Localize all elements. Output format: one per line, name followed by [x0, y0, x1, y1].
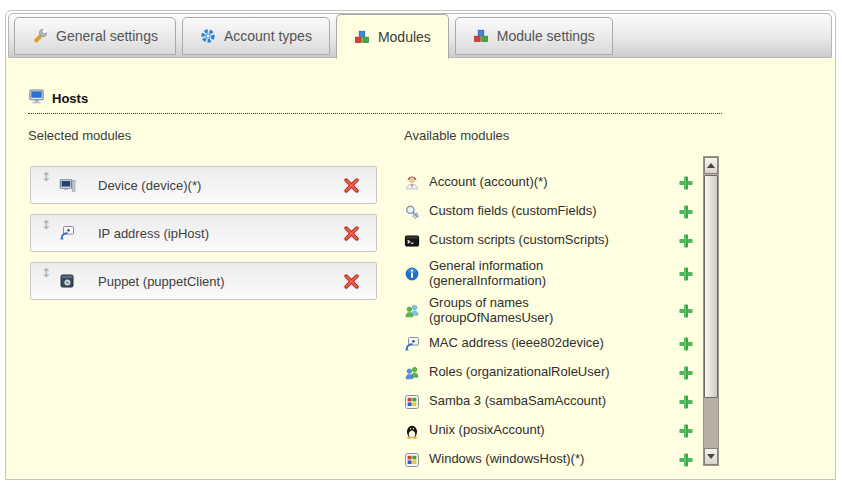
network-icon	[59, 225, 76, 242]
tab-label: General settings	[56, 28, 158, 44]
up-arrow-icon	[707, 163, 715, 168]
selected-modules-list: ↕Device (device)(*)↕IP address (ipHost)↕…	[30, 166, 377, 310]
plus-icon[interactable]	[678, 233, 694, 249]
down-arrow-icon	[707, 454, 715, 459]
plus-icon[interactable]	[678, 365, 694, 381]
available-module-row: Groups of names (groupOfNamesUser)	[404, 292, 694, 329]
gear-icon	[200, 28, 216, 44]
hosts-section-title: Hosts	[52, 91, 88, 106]
plus-icon[interactable]	[678, 303, 694, 319]
tab-label: Modules	[378, 29, 431, 45]
available-modules-scrollbar[interactable]	[703, 156, 719, 466]
available-module-row: General information (generalInformation)	[404, 255, 694, 292]
settings-panel: General settingsAccount typesModulesModu…	[5, 10, 836, 480]
available-module-label: General information (generalInformation)	[429, 259, 669, 288]
drag-handle-icon[interactable]: ↕	[41, 167, 53, 187]
delete-icon[interactable]	[343, 225, 360, 242]
available-module-row: Windows (windowsHost)(*)	[404, 445, 694, 474]
available-module-row: Custom fields (customFields)	[404, 197, 694, 226]
available-module-label: Custom scripts (customScripts)	[429, 233, 669, 248]
tab-modules[interactable]: Modules	[336, 14, 449, 59]
selected-module-label: Puppet (puppetClient)	[98, 274, 343, 289]
plus-icon[interactable]	[678, 394, 694, 410]
plus-icon[interactable]	[678, 266, 694, 282]
scrollbar-thumb[interactable]	[704, 175, 718, 398]
modules-icon	[354, 29, 370, 45]
monitor-icon	[28, 88, 45, 108]
windows-icon	[404, 452, 420, 468]
plus-icon[interactable]	[678, 204, 694, 220]
available-modules-list: Account (account)(*)Custom fields (custo…	[404, 156, 694, 481]
available-module-label: Account (account)(*)	[429, 175, 669, 190]
available-module-row: Custom scripts (customScripts)	[404, 226, 694, 255]
groups-icon	[404, 303, 420, 319]
available-module-label: Groups of names (groupOfNamesUser)	[429, 296, 669, 325]
delete-icon[interactable]	[343, 177, 360, 194]
wrench-icon	[32, 28, 48, 44]
available-module-row: Samba 3 (sambaSamAccount)	[404, 387, 694, 416]
tab-label: Module settings	[497, 28, 595, 44]
plus-icon[interactable]	[678, 423, 694, 439]
selected-module-label: Device (device)(*)	[98, 178, 343, 193]
drag-handle-icon[interactable]: ↕	[41, 215, 53, 235]
custom-scripts-icon	[404, 233, 420, 249]
roles-icon	[404, 365, 420, 381]
tab-label: Account types	[224, 28, 312, 44]
selected-module-row[interactable]: ↕IP address (ipHost)	[30, 214, 377, 252]
available-module-row: Account (account)(*)	[404, 168, 694, 197]
selected-module-row[interactable]: ↕Device (device)(*)	[30, 166, 377, 204]
network-icon	[404, 336, 420, 352]
tab-module-settings[interactable]: Module settings	[455, 17, 613, 55]
selected-module-row[interactable]: ↕Puppet (puppetClient)	[30, 262, 377, 300]
hosts-section-header: Hosts	[28, 88, 722, 114]
puppet-icon	[59, 273, 76, 290]
tab-bar: General settingsAccount typesModulesModu…	[8, 13, 832, 58]
available-module-row: MAC address (ieee802device)	[404, 329, 694, 358]
available-module-label: Samba 3 (sambaSamAccount)	[429, 394, 669, 409]
device-icon	[59, 177, 76, 194]
delete-icon[interactable]	[343, 273, 360, 290]
available-module-label: Custom fields (customFields)	[429, 204, 669, 219]
tab-general-settings[interactable]: General settings	[14, 17, 176, 55]
unix-icon	[404, 423, 420, 439]
module-settings-icon	[473, 28, 489, 44]
available-module-label: Windows (windowsHost)(*)	[429, 452, 669, 467]
available-modules-label: Available modules	[404, 128, 509, 143]
account-icon	[404, 175, 420, 191]
drag-handle-icon[interactable]: ↕	[41, 263, 53, 283]
available-module-row: Roles (organizationalRoleUser)	[404, 358, 694, 387]
samba-icon	[404, 394, 420, 410]
plus-icon[interactable]	[678, 175, 694, 191]
info-icon	[404, 266, 420, 282]
scrollbar-up-button[interactable]	[704, 157, 718, 174]
available-module-label: Unix (posixAccount)	[429, 423, 669, 438]
available-module-row: Unix (posixAccount)	[404, 416, 694, 445]
modules-tab-content: Hosts Selected modules Available modules…	[6, 58, 835, 479]
available-module-label: Roles (organizationalRoleUser)	[429, 365, 669, 380]
plus-icon[interactable]	[678, 336, 694, 352]
available-module-label: MAC address (ieee802device)	[429, 336, 669, 351]
selected-module-label: IP address (ipHost)	[98, 226, 343, 241]
selected-modules-label: Selected modules	[28, 128, 131, 143]
scrollbar-down-button[interactable]	[704, 448, 718, 465]
tab-account-types[interactable]: Account types	[182, 17, 330, 55]
custom-fields-icon	[404, 204, 420, 220]
plus-icon[interactable]	[678, 452, 694, 468]
